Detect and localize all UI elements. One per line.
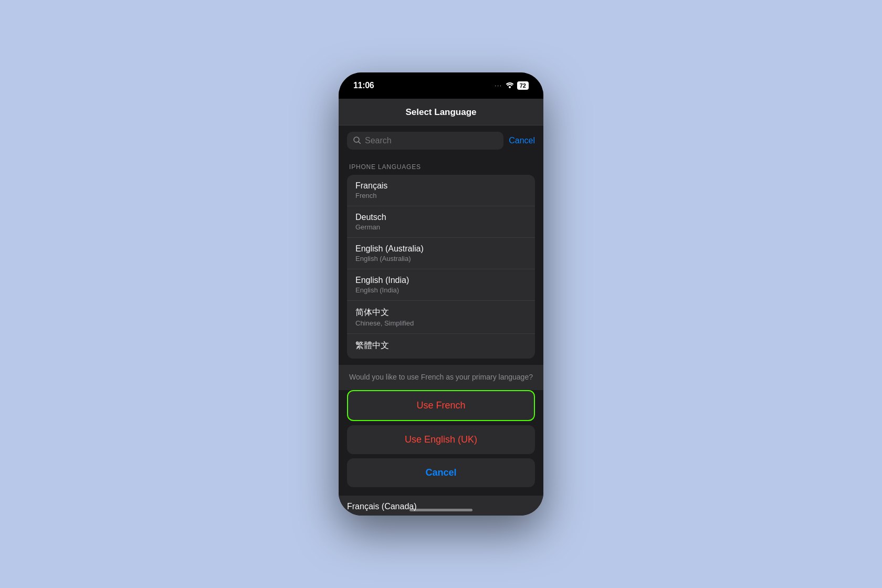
list-item[interactable]: Français French (347, 175, 535, 206)
main-content: Select Language Cancel IPHONE LANGUAGES (339, 99, 543, 516)
language-subtitle: French (355, 192, 527, 200)
language-subtitle: English (Australia) (355, 255, 527, 262)
carrier-dots-icon: ··· (495, 83, 502, 89)
language-name: English (India) (355, 276, 527, 285)
language-list-section: IPHONE LANGUAGES Français French Deutsch… (339, 156, 543, 390)
language-name: Deutsch (355, 213, 527, 222)
confirmation-overlay: Would you like to use French as your pri… (339, 365, 543, 390)
phone-frame: 11:06 ··· 72 Select Language (339, 72, 543, 516)
use-english-button[interactable]: Use English (UK) (347, 425, 535, 454)
list-item[interactable]: 简体中文 Chinese, Simplified (347, 301, 535, 334)
search-area: Cancel (339, 125, 543, 156)
language-list: Français French Deutsch German English (… (347, 175, 535, 359)
language-name: English (Australia) (355, 244, 527, 254)
wifi-icon (506, 81, 514, 90)
status-icons: ··· 72 (495, 81, 529, 90)
page-title: Select Language (349, 107, 533, 118)
battery-icon: 72 (517, 81, 529, 90)
svg-point-0 (509, 86, 511, 88)
language-subtitle: Chinese, Simplified (355, 319, 527, 327)
status-bar: 11:06 ··· 72 (339, 72, 543, 99)
language-subtitle: English (India) (355, 286, 527, 294)
language-name: Français (355, 181, 527, 191)
title-bar: Select Language (339, 99, 543, 125)
svg-line-2 (359, 142, 361, 144)
language-name: 繁體中文 (355, 340, 527, 351)
list-item[interactable]: English (Australia) English (Australia) (347, 238, 535, 269)
language-name: 简体中文 (355, 307, 527, 318)
language-subtitle: German (355, 223, 527, 231)
section-label: IPHONE LANGUAGES (347, 156, 535, 175)
peek-language-name: Français (Canada) (347, 502, 417, 511)
bottom-peek-item: Français (Canada) (339, 496, 543, 516)
search-input[interactable] (365, 136, 497, 145)
search-cancel-button[interactable]: Cancel (509, 134, 535, 148)
use-french-button[interactable]: Use French (347, 390, 535, 421)
status-time: 11:06 (353, 81, 374, 90)
home-indicator (410, 509, 472, 511)
search-icon (353, 136, 361, 145)
list-item[interactable]: Deutsch German (347, 206, 535, 238)
action-buttons-area: Use French Use English (UK) Cancel (339, 390, 543, 496)
cancel-action-button[interactable]: Cancel (347, 458, 535, 487)
list-item[interactable]: English (India) English (India) (347, 269, 535, 301)
list-item[interactable]: 繁體中文 (347, 334, 535, 359)
confirmation-message: Would you like to use French as your pri… (339, 365, 543, 390)
search-bar-container[interactable] (347, 132, 503, 150)
